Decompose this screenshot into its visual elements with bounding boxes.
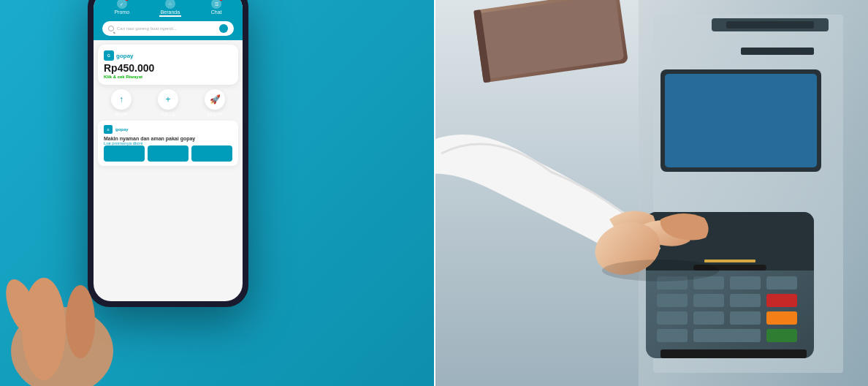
search-placeholder-text: Cari nasi goreng buat ngemil... xyxy=(117,26,216,31)
svg-rect-12 xyxy=(665,74,817,167)
active-indicator xyxy=(159,15,181,17)
promo-banners xyxy=(104,145,232,162)
app-content: G gopay Rp450.000 Klik & cek Riwayat ↑ B… xyxy=(94,40,243,170)
left-panel: ✓ Promo ⌂ Beranda ☰ xyxy=(0,0,434,386)
svg-rect-24 xyxy=(730,294,761,307)
svg-rect-28 xyxy=(730,311,761,325)
atm-scene-svg xyxy=(434,0,868,386)
nav-tabs: ✓ Promo ⌂ Beranda ☰ xyxy=(99,0,237,17)
nav-tab-chat[interactable]: ☰ Chat xyxy=(211,0,222,17)
eksplor-label: Eksplor xyxy=(207,111,223,116)
nav-tab-promo[interactable]: ✓ Promo xyxy=(114,0,129,17)
gopay-card[interactable]: G gopay Rp450.000 Klik & cek Riwayat xyxy=(98,45,238,85)
user-avatar-icon xyxy=(219,24,228,33)
search-bar[interactable]: Cari nasi goreng buat ngemil... xyxy=(102,21,234,36)
promo-label: Promo xyxy=(114,10,129,15)
promo-banner-2 xyxy=(148,145,189,162)
eksplor-icon: 🚀 xyxy=(205,89,225,110)
promo-banner-1 xyxy=(104,145,145,162)
svg-rect-22 xyxy=(657,294,688,307)
topup-button[interactable]: + Top Up xyxy=(158,89,178,116)
svg-rect-33 xyxy=(660,349,807,358)
svg-rect-20 xyxy=(730,276,761,290)
svg-rect-8 xyxy=(726,21,814,29)
chat-badge xyxy=(219,0,223,1)
svg-rect-32 xyxy=(766,329,797,342)
gopay-promo-section: G gopay Makin nyaman dan aman pakai gopa… xyxy=(98,121,238,166)
promo-icon: ✓ xyxy=(117,0,127,9)
topup-label: Top Up xyxy=(161,111,176,116)
bayar-label: Bayar xyxy=(115,111,128,116)
promo-gopay-icon: G xyxy=(104,125,113,134)
gopay-logo-row: G gopay xyxy=(104,50,232,61)
gopay-label: gopay xyxy=(116,53,134,59)
topup-icon: + xyxy=(158,89,178,110)
svg-rect-29 xyxy=(766,311,797,325)
gopay-amount: Rp450.000 xyxy=(104,62,232,74)
app-header: ✓ Promo ⌂ Beranda ☰ xyxy=(94,0,243,40)
svg-rect-30 xyxy=(657,329,688,342)
bayar-button[interactable]: ↑ Bayar xyxy=(111,89,132,116)
svg-rect-25 xyxy=(766,294,797,307)
eksplor-button[interactable]: 🚀 Eksplor xyxy=(205,89,225,116)
promo-banner-3 xyxy=(191,145,232,162)
svg-rect-21 xyxy=(766,276,797,290)
svg-rect-27 xyxy=(693,311,724,325)
chat-label: Chat xyxy=(211,10,222,15)
gopay-logo-icon: G xyxy=(104,50,114,61)
promo-title: Makin nyaman dan aman pakai gopay xyxy=(104,136,232,141)
nav-tab-beranda[interactable]: ⌂ Beranda xyxy=(159,0,181,17)
bayar-icon: ↑ xyxy=(111,89,132,110)
phone-frame: ✓ Promo ⌂ Beranda ☰ xyxy=(88,0,248,307)
phone-screen: ✓ Promo ⌂ Beranda ☰ xyxy=(94,0,243,301)
svg-rect-26 xyxy=(657,311,688,325)
svg-rect-31 xyxy=(693,329,761,342)
chat-icon: ☰ xyxy=(211,0,221,9)
beranda-label: Beranda xyxy=(161,10,180,15)
svg-rect-17 xyxy=(704,260,755,262)
svg-rect-9 xyxy=(741,48,814,55)
svg-point-38 xyxy=(602,260,719,281)
phone-container: ✓ Promo ⌂ Beranda ☰ xyxy=(44,0,292,366)
right-panel xyxy=(434,0,868,386)
search-icon xyxy=(108,26,114,31)
beranda-icon: ⌂ xyxy=(165,0,175,9)
action-buttons-row: ↑ Bayar + Top Up 🚀 xyxy=(98,89,238,116)
promo-badge xyxy=(125,0,129,1)
gopay-riwayat-link[interactable]: Klik & cek Riwayat xyxy=(104,75,232,79)
promo-gopay-label: gopay xyxy=(115,127,129,132)
panel-divider xyxy=(434,0,435,386)
svg-rect-23 xyxy=(693,294,724,307)
promo-logo-row: G gopay xyxy=(104,125,232,134)
